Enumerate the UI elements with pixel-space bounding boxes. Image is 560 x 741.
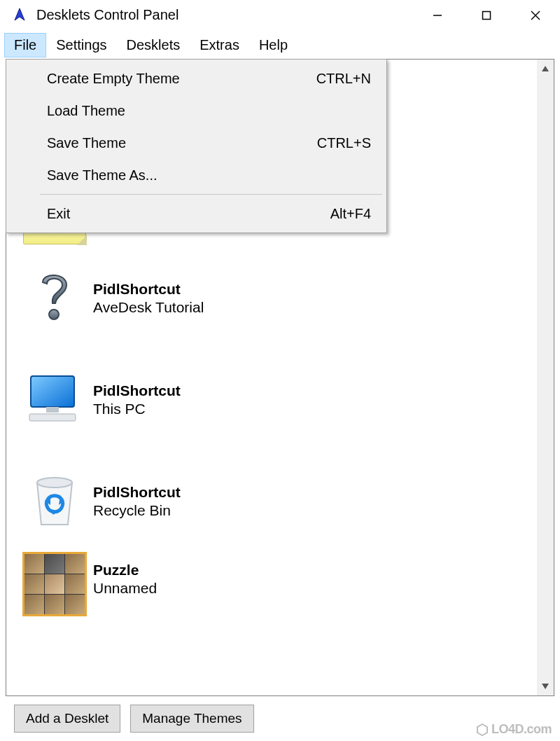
- row-title: Puzzle: [93, 562, 157, 579]
- menu-create-empty-theme[interactable]: Create Empty Theme CTRL+N: [8, 62, 385, 95]
- row-subtitle: Recycle Bin: [93, 502, 181, 519]
- menu-exit[interactable]: Exit Alt+F4: [8, 198, 385, 230]
- menu-load-theme[interactable]: Load Theme: [8, 95, 385, 127]
- svg-rect-5: [31, 376, 74, 407]
- monitor-icon: [16, 372, 93, 428]
- menu-help[interactable]: Help: [249, 33, 298, 57]
- svg-marker-12: [542, 66, 549, 71]
- menu-file[interactable]: File: [4, 33, 46, 57]
- menu-settings[interactable]: Settings: [46, 33, 116, 57]
- watermark: LO4D.com: [476, 722, 552, 737]
- list-item[interactable]: PidlShortcut Recycle Bin: [16, 450, 537, 552]
- list-item[interactable]: PidlShortcut AveDesk Tutorial: [16, 247, 537, 349]
- svg-point-4: [49, 310, 59, 319]
- scroll-down-icon[interactable]: [537, 677, 554, 695]
- row-subtitle: Unnamed: [93, 580, 157, 597]
- window-controls: [413, 0, 560, 30]
- menubar: File Settings Desklets Extras Help: [0, 31, 560, 59]
- row-subtitle: This PC: [93, 401, 181, 417]
- row-title: PidlShortcut: [93, 281, 204, 298]
- add-desklet-button[interactable]: Add a Desklet: [14, 705, 120, 733]
- window-title: Desklets Control Panel: [36, 7, 413, 23]
- question-icon: [16, 267, 93, 330]
- close-button[interactable]: [511, 0, 560, 30]
- app-icon: [10, 6, 29, 25]
- svg-rect-1: [483, 11, 491, 19]
- row-title: PidlShortcut: [93, 484, 181, 501]
- vertical-scrollbar[interactable]: [537, 60, 554, 695]
- maximize-button[interactable]: [462, 0, 511, 30]
- row-subtitle: AveDesk Tutorial: [93, 299, 204, 316]
- minimize-button[interactable]: [413, 0, 462, 30]
- menu-desklets[interactable]: Desklets: [117, 33, 190, 57]
- menu-extras[interactable]: Extras: [190, 33, 249, 57]
- svg-rect-7: [29, 414, 76, 421]
- menu-save-theme-as[interactable]: Save Theme As...: [8, 159, 385, 191]
- svg-marker-13: [542, 684, 549, 689]
- titlebar: Desklets Control Panel: [0, 0, 560, 31]
- puzzle-icon: [16, 552, 93, 616]
- file-menu-dropdown: Create Empty Theme CTRL+N Load Theme Sav…: [6, 59, 387, 233]
- list-item[interactable]: PidlShortcut This PC: [16, 349, 537, 450]
- svg-rect-6: [46, 407, 59, 413]
- recycle-bin-icon: [16, 471, 93, 532]
- row-title: PidlShortcut: [93, 382, 181, 399]
- list-item[interactable]: Puzzle Unnamed: [16, 552, 537, 622]
- button-bar: Add a Desklet Manage Themes: [14, 705, 254, 733]
- menu-save-theme[interactable]: Save Theme CTRL+S: [8, 127, 385, 159]
- manage-themes-button[interactable]: Manage Themes: [130, 705, 253, 733]
- svg-point-8: [37, 478, 72, 487]
- scroll-up-icon[interactable]: [537, 60, 554, 78]
- menu-separator: [40, 194, 382, 195]
